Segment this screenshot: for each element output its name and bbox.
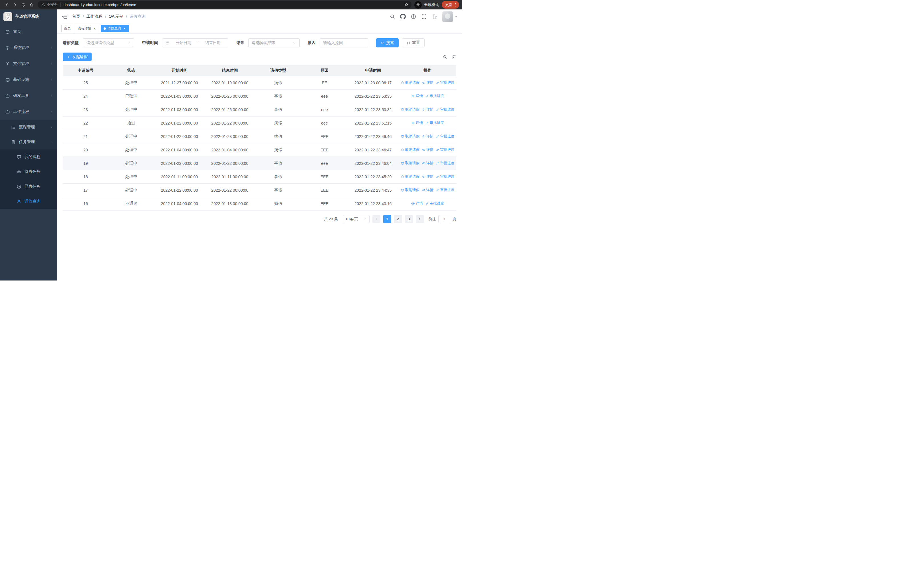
detail-action[interactable]: 详情	[411, 120, 423, 125]
detail-action[interactable]: 详情	[422, 80, 434, 85]
incognito-icon-badge	[414, 1, 422, 9]
sidebar-item-todo-task[interactable]: 待办任务	[0, 164, 57, 179]
address-bar[interactable]: 不安全 dashboard.yudao.iocoder.cn/bpm/oa/le…	[38, 1, 411, 9]
action-label: 审批进度	[430, 94, 444, 99]
site-security-button[interactable]: 不安全	[41, 2, 58, 7]
result-select[interactable]: 请选择流结果	[248, 38, 300, 47]
sidebar-collapse-button[interactable]	[62, 14, 68, 20]
cancel-action[interactable]: 取消请假	[400, 188, 420, 193]
header-search-icon[interactable]	[390, 14, 395, 20]
browser-update-button[interactable]: 更新	[442, 1, 459, 9]
tab-process-detail[interactable]: 流程详情×	[75, 25, 99, 32]
close-icon[interactable]: ×	[93, 27, 97, 30]
apply-time-range-picker[interactable]: 开始日期 - 结束日期	[162, 38, 228, 47]
app-logo[interactable]: 芋道管理系统	[0, 9, 57, 24]
cancel-action[interactable]: 取消请假	[400, 134, 420, 139]
cancel-action[interactable]: 取消请假	[400, 80, 420, 85]
progress-action[interactable]: 审批进度	[436, 174, 454, 179]
sidebar-item-system[interactable]: 系统管理	[0, 40, 57, 56]
table-row: 23处理中2022-01-03 00:00:002022-01-26 00:00…	[63, 103, 456, 116]
close-icon[interactable]: ×	[122, 27, 126, 30]
reason-input[interactable]	[320, 38, 368, 47]
detail-action[interactable]: 详情	[422, 188, 434, 193]
progress-action[interactable]: 审批进度	[436, 161, 454, 165]
detail-action[interactable]: 详情	[411, 201, 423, 206]
progress-action[interactable]: 审批进度	[436, 80, 454, 85]
leave-type-select[interactable]: 请选择请假类型	[83, 38, 134, 47]
progress-action[interactable]: 审批进度	[425, 201, 444, 206]
sidebar-item-infra[interactable]: 基础设施	[0, 72, 57, 88]
tree-icon	[11, 125, 16, 130]
sidebar-item-done-task[interactable]: 已办任务	[0, 179, 57, 194]
cancel-action[interactable]: 取消请假	[400, 107, 420, 112]
chevron-down-icon	[50, 46, 53, 50]
page-button-1[interactable]: 1	[383, 215, 391, 223]
reset-button[interactable]: 重置	[402, 38, 424, 47]
bookmark-button[interactable]	[403, 2, 410, 8]
cell-id: 17	[63, 183, 108, 197]
cancel-action[interactable]: 取消请假	[400, 147, 420, 152]
cell-type: 事假	[255, 170, 302, 183]
apply-time-filter: 申请时间 开始日期 - 结束日期	[142, 38, 228, 47]
detail-action[interactable]: 详情	[422, 107, 434, 112]
chevron-down-icon	[50, 126, 53, 129]
progress-action[interactable]: 审批进度	[436, 107, 454, 112]
breadcrumb-item[interactable]: OA 示例	[109, 14, 123, 19]
page-size-select[interactable]: 10条/页	[343, 215, 369, 223]
help-icon[interactable]	[411, 14, 416, 20]
page-button-3[interactable]: 3	[405, 215, 413, 223]
create-leave-button[interactable]: 发起请假	[63, 53, 92, 61]
sidebar-item-task-mgmt[interactable]: 任务管理	[0, 135, 57, 149]
font-size-icon[interactable]	[432, 14, 438, 20]
tab-leave-query[interactable]: 请假查询×	[101, 25, 129, 32]
menu-dots-icon[interactable]	[453, 3, 458, 7]
browser-home-button[interactable]	[28, 1, 35, 9]
prev-page-button[interactable]	[372, 215, 380, 223]
user-menu[interactable]	[442, 11, 458, 22]
progress-action[interactable]: 审批进度	[436, 134, 454, 139]
progress-action[interactable]: 审批进度	[436, 188, 454, 193]
detail-action[interactable]: 详情	[411, 94, 423, 99]
detail-action[interactable]: 详情	[422, 134, 434, 139]
sidebar-item-devtools[interactable]: 研发工具	[0, 88, 57, 104]
sidebar-menu: 首页系统管理支付管理基础设施研发工具工作流程流程管理任务管理我的流程待办任务已办…	[0, 24, 57, 209]
detail-action[interactable]: 详情	[422, 147, 434, 152]
cell-start: 2022-01-22 00:00:00	[154, 183, 205, 197]
browser-reload-button[interactable]	[20, 1, 27, 9]
page-button-2[interactable]: 2	[394, 215, 402, 223]
sidebar-item-label: 研发工具	[13, 93, 29, 98]
cancel-action[interactable]: 取消请假	[400, 161, 420, 165]
leave-table: 申请编号状态开始时间结束时间请假类型原因申请时间操作 25处理中2021-12-…	[63, 65, 456, 211]
github-icon[interactable]	[400, 14, 406, 20]
chevron-left-icon	[375, 217, 378, 221]
browser-forward-button[interactable]	[11, 1, 19, 9]
tags-view-bar: 首页流程详情×请假查询×	[57, 24, 462, 33]
detail-action[interactable]: 详情	[422, 174, 434, 179]
refresh-icon	[406, 41, 410, 45]
refresh-table-icon[interactable]	[452, 54, 456, 59]
sidebar-item-workflow[interactable]: 工作流程	[0, 104, 57, 120]
breadcrumb-item[interactable]: 工作流程	[87, 14, 102, 19]
tab-home[interactable]: 首页	[62, 25, 74, 32]
column-header: 状态	[108, 65, 154, 76]
sidebar-item-payment[interactable]: 支付管理	[0, 56, 57, 72]
sidebar-item-leave-query[interactable]: 请假查询	[0, 194, 57, 209]
toggle-search-icon[interactable]	[442, 54, 447, 59]
search-button[interactable]: 搜索	[376, 38, 399, 47]
progress-action[interactable]: 审批进度	[425, 94, 444, 99]
eye-icon	[422, 175, 426, 179]
progress-action[interactable]: 审批进度	[425, 120, 444, 125]
sidebar-item-my-process[interactable]: 我的流程	[0, 149, 57, 164]
incognito-badge: 无痕模式	[414, 1, 439, 9]
progress-action[interactable]: 审批进度	[436, 147, 454, 152]
cell-type: 事假	[255, 89, 302, 103]
breadcrumb-item[interactable]: 首页	[72, 14, 80, 19]
detail-action[interactable]: 详情	[422, 161, 434, 165]
sidebar-item-home[interactable]: 首页	[0, 24, 57, 40]
goto-page-input[interactable]	[438, 215, 450, 223]
cancel-action[interactable]: 取消请假	[400, 174, 420, 179]
browser-back-button[interactable]	[3, 1, 10, 9]
fullscreen-icon[interactable]	[421, 14, 427, 20]
next-page-button[interactable]	[416, 215, 424, 223]
sidebar-item-process-mgmt[interactable]: 流程管理	[0, 120, 57, 135]
